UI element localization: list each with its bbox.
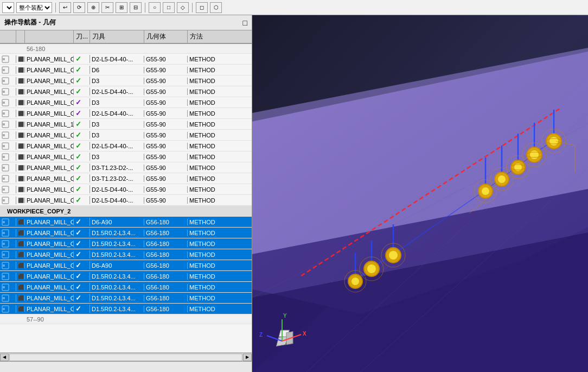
row-type-icon: ⬛ <box>16 187 25 192</box>
col-tool-header[interactable]: 刀具 <box>90 30 144 43</box>
row-tool: D3 <box>90 121 144 128</box>
toolbar-btn-4[interactable]: ✂ <box>101 2 113 13</box>
row-type-icon: ⬛ <box>16 89 25 94</box>
table-row[interactable]: ⬛ PLANAR_MILL_COP... ✓ D6 G55-90 METHOD <box>0 65 252 75</box>
table-row[interactable]: ⬛ PLANAR_MILL_COP... ✓ D2-L5-D4-40-... G… <box>0 141 252 152</box>
table-row[interactable]: ⬛ PLANAR_MILL_COP... ✓ D1.5R0.2-L3.4... … <box>0 271 252 282</box>
col-check-header[interactable]: 刀... <box>74 30 90 43</box>
toolbar-btn-2[interactable]: ⟳ <box>73 2 85 13</box>
row-tool: D1.5R0.2-L3.4... <box>90 251 144 258</box>
table-row[interactable]: ⬛ PLANAR_MILL_COP... ✓ D2-L5-D4-40-... G… <box>0 184 252 195</box>
row-type-icon: ⬛ <box>16 241 25 247</box>
row-method: METHOD <box>188 99 231 106</box>
table-row[interactable]: ⬛ PLANAR_MILL_COP... ✓ D1.5R0.2-L3.4... … <box>0 304 252 314</box>
row-method: METHOD <box>188 241 231 247</box>
svg-text:Z: Z <box>259 332 263 338</box>
hscroll-left-btn[interactable]: ◀ <box>0 354 9 361</box>
viewport-panel[interactable]: X Y Z <box>252 15 588 372</box>
row-status-icon <box>0 175 16 182</box>
toolbar-btn-8[interactable]: □ <box>163 2 175 13</box>
row-check: ✓ <box>74 163 90 172</box>
row-type-icon: ⬛ <box>16 306 25 312</box>
table-row[interactable]: ⬛ PLANAR_MILL_COP... ✓ D3-T1.23-D2-... G… <box>0 162 252 173</box>
svg-rect-25 <box>3 188 5 191</box>
col-method-header[interactable]: 方法 <box>188 30 231 43</box>
toolbar-btn-7[interactable]: ○ <box>149 2 161 13</box>
row-status-icon <box>0 197 16 204</box>
row-geo: G55-90 <box>144 132 188 138</box>
table-row[interactable]: ⬛ PLANAR_MILL_COP... ✓ D3 G55-90 METHOD <box>0 152 252 162</box>
svg-rect-43 <box>3 297 5 299</box>
row-geo: G55-90 <box>144 99 188 106</box>
toolbar-btn-11[interactable]: ⬡ <box>210 2 222 13</box>
row-check: ✓ <box>74 218 90 226</box>
table-row[interactable]: ⬛ PLANAR_MILL_COP... ✓ D6-A90 G56-180 ME… <box>0 217 252 228</box>
svg-rect-7 <box>3 91 5 93</box>
table-row[interactable]: ⬛ PLANAR_MILL_COP... ✓ D2-L5-D4-40-... G… <box>0 195 252 206</box>
row-check: ✓ <box>74 131 90 139</box>
table-row[interactable]: ⬛ PLANAR_MILL_COP... ✓ D2-L5-D4-40-... G… <box>0 54 252 65</box>
table-row[interactable]: ⬛ PLANAR_MILL_COP... ✓ D1.5R0.2-L3.4... … <box>0 282 252 293</box>
row-name: PLANAR_MILL_COP... <box>25 175 74 182</box>
row-status-icon <box>0 294 16 302</box>
row-check: ✓ <box>74 250 90 258</box>
table-row[interactable]: ⬛ PLANAR_MILL_COP... ✓ D1.5R0.2-L3.4... … <box>0 238 252 249</box>
row-method: METHOD <box>188 230 231 236</box>
table-row[interactable]: ⬛ PLANAR_MILL_1 ✓ D3 G55-90 METHOD <box>0 119 252 130</box>
toolbar-btn-10[interactable]: ◻ <box>196 2 208 13</box>
toolbar-btn-1[interactable]: ↩ <box>59 2 71 13</box>
table-row[interactable]: ⬛ PLANAR_MILL_COP... ✓ D3 G55-90 METHOD <box>0 97 252 108</box>
toolbar-btn-6[interactable]: ⊟ <box>130 2 142 13</box>
toolbar-dropdown2[interactable]: 整个装配 <box>16 2 52 13</box>
toolbar-btn-5[interactable]: ⊞ <box>116 2 127 13</box>
row-status-icon <box>0 273 16 280</box>
col-geo-header[interactable]: 几何体 <box>144 30 188 43</box>
row-status-icon <box>0 218 16 226</box>
row-name: PLANAR_MILL_COP... <box>25 241 74 247</box>
toolbar-separator-1 <box>55 3 56 12</box>
table-row[interactable]: ⬛ PLANAR_MILL_COP... ✓ D6-A90 G56-180 ME… <box>0 260 252 271</box>
row-check: ✓ <box>74 55 90 63</box>
row-name: PLANAR_MILL_COP... <box>25 67 74 73</box>
row-status-icon <box>0 77 16 85</box>
table-row[interactable]: ⬛ PLANAR_MILL_COP... ✓ D1.5R0.2-L3.4... … <box>0 249 252 260</box>
group-header-2[interactable]: WORKPIECE_COPY_2 <box>0 206 252 217</box>
row-geo: G55-90 <box>144 56 188 62</box>
main-area: 操作导航器 - 几何 □ 刀... 刀具 几何体 方法 56-180 <box>0 15 588 372</box>
toolbar-btn-9[interactable]: ◇ <box>177 2 189 13</box>
bottom-scrollbar[interactable]: ◀ ▶ <box>0 352 252 361</box>
row-tool: D1.5R0.2-L3.4... <box>90 295 144 301</box>
row-name: PLANAR_MILL_COP... <box>25 251 74 258</box>
row-name: PLANAR_MILL_COP... <box>25 143 74 149</box>
row-tool: D2-L5-D4-40-... <box>90 186 144 193</box>
toolbar-dropdown1[interactable] <box>2 2 14 13</box>
toolbar-btn-3[interactable]: ⊕ <box>87 2 99 13</box>
table-row[interactable]: ⬛ PLANAR_MILL_COP... ✓ D2-L5-D4-40-... G… <box>0 108 252 119</box>
row-name: PLANAR_MILL_COP... <box>25 99 74 106</box>
table-row[interactable]: ⬛ PLANAR_MILL_COP... ✓ D1.5R0.2-L3.4... … <box>0 228 252 238</box>
table-row[interactable]: ⬛ PLANAR_MILL_COP... ✓ D1.5R0.2-L3.4... … <box>0 293 252 304</box>
panel-close-btn[interactable]: □ <box>243 18 247 27</box>
table-body[interactable]: 56-180 ⬛ PLANAR_MILL_COP... ✓ D2-L5-D4-4… <box>0 44 252 352</box>
left-panel: 操作导航器 - 几何 □ 刀... 刀具 几何体 方法 56-180 <box>0 15 252 372</box>
svg-rect-17 <box>3 145 5 147</box>
row-type-icon: ⬛ <box>16 100 25 105</box>
row-method: METHOD <box>188 186 231 193</box>
row-type-icon: ⬛ <box>16 78 25 84</box>
table-row[interactable]: ⬛ PLANAR_MILL_COP... ✓ D3 G55-90 METHOD <box>0 130 252 141</box>
row-geo: G55-90 <box>144 89 188 95</box>
row-type-icon: ⬛ <box>16 198 25 203</box>
table-row[interactable]: ⬛ PLANAR_MILL_COP... ✓ D3-T1.23-D2-... G… <box>0 173 252 184</box>
svg-text:Y: Y <box>283 313 287 319</box>
hscroll-track[interactable] <box>9 354 242 361</box>
row-name: PLANAR_MILL_COP... <box>25 295 74 301</box>
row-type-icon: ⬛ <box>16 263 25 268</box>
table-row[interactable]: ⬛ PLANAR_MILL_COP... ✓ D3 G55-90 METHOD <box>0 75 252 86</box>
group-name: WORKPIECE_COPY_2 <box>5 208 252 215</box>
svg-rect-9 <box>3 102 5 104</box>
hscroll-right-btn[interactable]: ▶ <box>243 354 252 361</box>
svg-rect-41 <box>3 286 5 288</box>
row-status-icon <box>0 251 16 258</box>
row-method: METHOD <box>188 154 231 160</box>
table-row[interactable]: ⬛ PLANAR_MILL_COP... ✓ D2-L5-D4-40-... G… <box>0 86 252 97</box>
